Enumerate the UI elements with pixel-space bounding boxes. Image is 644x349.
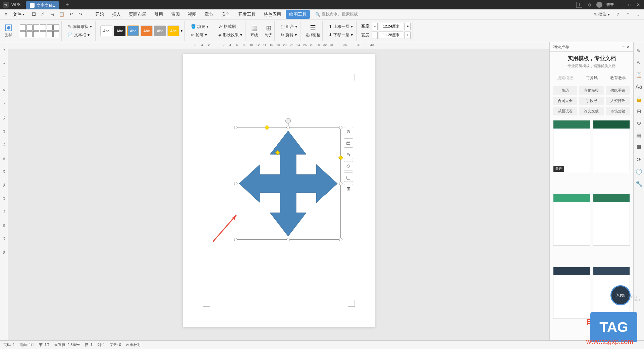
save-icon[interactable]: 🖫: [30, 11, 37, 18]
tag-contract[interactable]: 合同大全: [553, 97, 577, 105]
tab-section[interactable]: 章节: [201, 10, 217, 19]
template-thumb[interactable]: [553, 267, 590, 319]
sel-handle-tc[interactable]: [286, 126, 290, 129]
tab-review[interactable]: 审阅: [168, 10, 183, 19]
tag-handwrite[interactable]: 手抄报: [579, 97, 603, 105]
document-tab[interactable]: 文字文稿1: [26, 1, 59, 9]
tag-poster[interactable]: 宣传海报: [579, 86, 603, 95]
template-thumb[interactable]: [553, 194, 590, 246]
tag-letter[interactable]: 信纸手账: [606, 86, 630, 95]
status-col[interactable]: 列: 1: [97, 342, 105, 347]
wrap-button[interactable]: ▦ 环绕: [251, 24, 258, 38]
height-input[interactable]: [379, 23, 403, 30]
side-clipboard-icon[interactable]: 📋: [635, 71, 643, 79]
edit-shape-button[interactable]: ✎ 编辑形状 ▾: [66, 23, 93, 30]
canvas[interactable]: ⊝ ▤ ✎ ◇ ▢ ⊞: [8, 49, 549, 340]
tab-security[interactable]: 安全: [218, 10, 233, 19]
comment-button[interactable]: ✎ 批注 ▾: [592, 11, 611, 18]
side-edit-icon[interactable]: ✎: [635, 47, 643, 54]
tag-thesis[interactable]: 论文文献: [579, 107, 603, 115]
tab-start[interactable]: 开始: [92, 10, 107, 19]
tab-reference[interactable]: 引用: [151, 10, 166, 19]
skin-icon[interactable]: ◇: [586, 2, 592, 8]
panel-tab-business[interactable]: 商务风: [580, 74, 603, 82]
wps-logo[interactable]: W: [3, 2, 9, 8]
tab-special[interactable]: 特色应用: [260, 10, 284, 19]
style-gray[interactable]: Abc: [154, 26, 166, 36]
float-crop-icon[interactable]: ▢: [344, 172, 353, 182]
print-icon[interactable]: 🖨: [49, 11, 56, 18]
side-layers-icon[interactable]: ▤: [635, 132, 643, 139]
side-select-icon[interactable]: ↖: [635, 59, 643, 66]
side-history-icon[interactable]: 🕐: [635, 168, 643, 175]
maximize-button[interactable]: □: [627, 2, 633, 8]
print-preview-icon[interactable]: ⎙: [40, 11, 46, 18]
side-tools-icon[interactable]: 🔧: [635, 180, 643, 187]
style-orange[interactable]: Abc: [141, 26, 153, 36]
panel-tab-search[interactable]: 搜索模板: [553, 74, 577, 82]
redo-icon[interactable]: ↷: [77, 11, 84, 18]
sel-handle-tr[interactable]: [339, 126, 342, 129]
status-value[interactable]: 设置值: 2.5厘米: [54, 342, 80, 347]
help-icon[interactable]: ?: [614, 11, 621, 18]
width-decrease[interactable]: −: [372, 32, 378, 39]
move-down-button[interactable]: ⬇ 下移一层 ▾: [327, 32, 354, 39]
tag-hr[interactable]: 人资行政: [606, 97, 630, 105]
template-thumb[interactable]: [593, 194, 630, 246]
sel-handle-ml[interactable]: [234, 182, 237, 185]
float-fill-icon[interactable]: ◇: [344, 161, 353, 170]
side-grid-icon[interactable]: ⊞: [635, 107, 643, 115]
panel-tab-education[interactable]: 教育教学: [606, 74, 630, 82]
side-refresh-icon[interactable]: ⟳: [635, 156, 643, 163]
status-page[interactable]: 页码: 1: [3, 342, 15, 347]
combine-button[interactable]: ⬚ 组合 ▾: [279, 23, 299, 30]
float-more-icon[interactable]: ⊞: [344, 184, 353, 193]
side-lock-icon[interactable]: 🔒: [635, 95, 643, 103]
add-tab-button[interactable]: +: [66, 2, 69, 8]
float-edit-icon[interactable]: ✎: [344, 150, 353, 159]
side-style-icon[interactable]: Aa: [635, 83, 643, 91]
height-increase[interactable]: +: [405, 23, 411, 30]
document-page[interactable]: ⊝ ▤ ✎ ◇ ▢ ⊞: [183, 54, 375, 327]
sel-handle-br[interactable]: [339, 238, 342, 241]
tab-insert[interactable]: 插入: [109, 10, 124, 19]
side-settings-icon[interactable]: ⚙: [635, 119, 643, 127]
style-yellow[interactable]: Abc: [167, 26, 179, 36]
status-section[interactable]: 节: 1/1: [39, 342, 50, 347]
shape-dropdown[interactable]: 形状: [5, 24, 13, 38]
file-menu[interactable]: 文件 ▾: [11, 11, 26, 17]
more-icon[interactable]: ⌄: [635, 11, 641, 18]
tag-resume[interactable]: 简历: [553, 86, 577, 95]
tab-devtools[interactable]: 开发工具: [235, 10, 259, 19]
outline-button[interactable]: ✏ 轮廓 ▾: [190, 32, 210, 39]
align-button[interactable]: ⊞ 对齐: [265, 24, 272, 38]
user-avatar[interactable]: [596, 2, 602, 8]
fill-button[interactable]: 🪣 填充 ▾: [190, 23, 210, 30]
badge-icon[interactable]: 1: [576, 2, 582, 8]
side-image-icon[interactable]: 🖼: [635, 144, 643, 151]
status-row[interactable]: 行: 1: [85, 342, 92, 347]
template-thumb[interactable]: 最近: [553, 120, 590, 172]
sel-handle-tl[interactable]: [234, 126, 237, 129]
width-increase[interactable]: +: [405, 32, 411, 39]
hamburger-icon[interactable]: ≡: [3, 11, 9, 18]
close-button[interactable]: ✕: [635, 2, 641, 8]
width-input[interactable]: [379, 32, 403, 39]
styles-more[interactable]: ▾: [181, 29, 182, 33]
select-pane-button[interactable]: ☰ 选择窗格: [306, 24, 320, 38]
tag-exam[interactable]: 试题试卷: [553, 107, 577, 115]
command-search[interactable]: 🔍 查找命令、搜索模板: [315, 11, 358, 17]
panel-close-icon[interactable]: ✕: [627, 45, 630, 49]
sel-handle-bc[interactable]: [286, 238, 290, 241]
minimize-button[interactable]: —: [618, 2, 624, 8]
tag-marketing[interactable]: 市场营销: [606, 107, 630, 115]
text-box-button[interactable]: 📄 文本框 ▾: [66, 32, 93, 39]
paste-icon[interactable]: 📋: [58, 11, 65, 18]
selected-shape[interactable]: [236, 128, 341, 240]
sel-handle-mr[interactable]: [339, 182, 342, 185]
status-pages[interactable]: 页面: 1/1: [19, 342, 34, 347]
template-thumb[interactable]: [593, 120, 630, 172]
float-wrap-icon[interactable]: ▤: [344, 138, 353, 148]
rotate-handle[interactable]: [285, 118, 291, 123]
tab-view[interactable]: 视图: [184, 10, 200, 19]
